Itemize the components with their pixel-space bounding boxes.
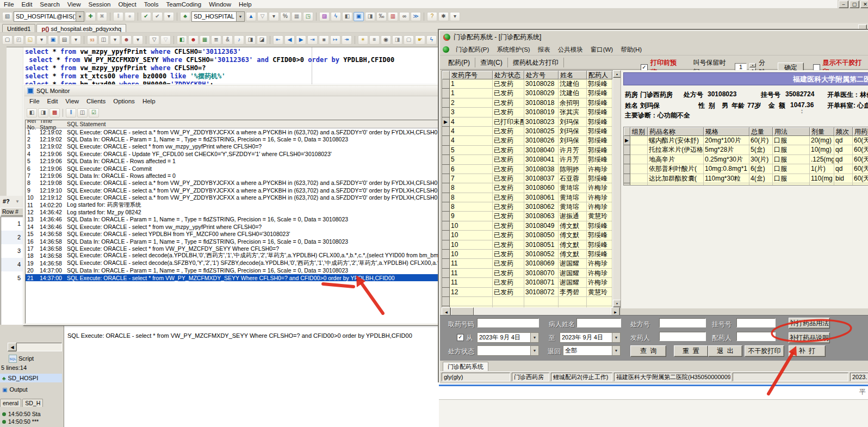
- minimize-button[interactable]: –: [839, 1, 848, 8]
- monitor-log-row[interactable]: 412:19:06SQL Execute: ORACLE - Update YF…: [26, 150, 440, 157]
- ampersand-icon[interactable]: &: [222, 35, 233, 45]
- row-number-item[interactable]: 2: [1, 231, 24, 244]
- reg-no-input[interactable]: [736, 318, 776, 327]
- plug-icon[interactable]: ϟ: [331, 12, 341, 21]
- column-header[interactable]: 用药时: [853, 127, 868, 136]
- table-row[interactable]: 11已发药30108069谢国耀许梅珍: [442, 259, 613, 268]
- step-icon[interactable]: ↦: [330, 35, 340, 45]
- copy-append-icon[interactable]: ◧: [27, 108, 37, 117]
- filter-icon[interactable]: ▽: [257, 12, 268, 21]
- chevron-down-icon[interactable]: ▼: [612, 333, 620, 342]
- nav-first-icon[interactable]: ⇤: [273, 35, 283, 45]
- frame93-icon[interactable]: 93: [87, 35, 97, 45]
- monitor-log-row[interactable]: 1214:36:42Log started for: Mz_py 08242: [26, 208, 440, 215]
- commit-more-icon[interactable]: ▾: [164, 12, 174, 21]
- table-row[interactable]: [624, 183, 868, 185]
- open-icon[interactable]: ◱: [25, 35, 35, 45]
- monitor-log-row[interactable]: 1814:36:58SQL Execute: ORACLE - select d…: [26, 252, 440, 259]
- monitor-menu-item[interactable]: File: [26, 97, 44, 105]
- filter-more-icon[interactable]: ▾: [269, 12, 279, 21]
- split-more-icon[interactable]: ▾: [110, 35, 120, 45]
- preparer-input[interactable]: [736, 332, 776, 341]
- column-header[interactable]: 配药人: [587, 71, 612, 79]
- connect-icon[interactable]: ✚: [85, 12, 96, 21]
- monitor-log-row[interactable]: 1012:19:12SQL Execute: ORACLE - select a…: [26, 194, 440, 201]
- scroll-down-icon[interactable]: ▼: [613, 300, 621, 307]
- break-icon[interactable]: ‖: [113, 12, 123, 21]
- report-icon[interactable]: ◨: [365, 12, 375, 21]
- monitor-log-list[interactable]: Ref No. Time Stamp SQL Statement 112:19:…: [25, 120, 441, 324]
- rx-hscrollbar[interactable]: ◀ ▶: [442, 307, 620, 315]
- schema-browser-icon[interactable]: ♣: [180, 12, 190, 21]
- plsql-menu-item[interactable]: Window: [205, 1, 235, 8]
- column-header[interactable]: 用法: [773, 127, 810, 136]
- plsql-menu-item[interactable]: Object: [114, 1, 140, 8]
- status-tab[interactable]: 门诊配药系统: [443, 362, 488, 371]
- column-header[interactable]: 处方号: [524, 71, 559, 79]
- hscroll-track[interactable]: [16, 343, 62, 351]
- spinner-up-icon[interactable]: ▲: [749, 63, 756, 67]
- table-row[interactable]: 依那普利叶酸片(10mg:0.8mg*16(盒)口服1(片)qd60(天: [624, 164, 868, 174]
- list2-icon[interactable]: ≡: [369, 35, 380, 45]
- nav-last-icon[interactable]: ⇥: [307, 35, 318, 45]
- patient-name-input[interactable]: [576, 318, 621, 327]
- maximize-button[interactable]: ▢: [850, 1, 859, 8]
- monitor-titlebar[interactable]: SQL Monitor: [24, 86, 441, 96]
- monitor-log-row[interactable]: 1514:36:58SQL Execute: ORACLE - select Y…: [26, 230, 440, 237]
- save-icon[interactable]: ▣: [48, 35, 58, 45]
- monitor-log-row[interactable]: 1114:02:20Log started for: 药房管理系统: [26, 201, 440, 208]
- plsql-menu-item[interactable]: TeamCoding: [163, 1, 206, 8]
- disconnect-icon[interactable]: ✖: [97, 12, 107, 21]
- monitor-log-row[interactable]: 812:19:08SQL Execute: ORACLE - select a.…: [26, 180, 440, 187]
- scroll-up-icon[interactable]: ▲: [613, 70, 621, 78]
- script-tab[interactable]: Script: [18, 355, 34, 362]
- book-icon[interactable]: ▥: [388, 12, 398, 21]
- table-row[interactable]: 10已发药30108052傅文默郭绥峰: [442, 250, 613, 259]
- window-split-icon[interactable]: ◫: [98, 35, 109, 45]
- pharmacy-menu-item[interactable]: 窗口(W): [587, 45, 617, 54]
- close-button[interactable]: ✕: [860, 1, 868, 8]
- row-number-item[interactable]: 3: [1, 244, 24, 258]
- edit-data-icon[interactable]: ◧: [177, 35, 187, 45]
- lightning-icon[interactable]: ϟ: [426, 35, 437, 45]
- query-button[interactable]: 查 询: [630, 345, 666, 357]
- chevron-down-icon[interactable]: ▼: [530, 346, 538, 355]
- help-icon[interactable]: ?: [427, 12, 437, 21]
- monitor-log-row[interactable]: 312:19:02SQL Execute: ORACLE - select * …: [26, 143, 440, 150]
- rx-no-input[interactable]: [659, 318, 706, 327]
- plsql-menu-item[interactable]: File: [0, 1, 18, 8]
- table-icon[interactable]: ▦: [292, 12, 302, 21]
- plsql-menu-item[interactable]: Edit: [18, 1, 36, 8]
- kill-session-icon[interactable]: ●: [125, 12, 135, 21]
- table-row[interactable]: 托拉塞米片(伊迈格5mg*28片5(盒)口服10(mg)qd60(天: [624, 145, 868, 154]
- plsql-menu-item[interactable]: Tools: [140, 1, 163, 8]
- filter-off-icon[interactable]: ▽: [160, 35, 171, 45]
- form-icon[interactable]: ◧: [342, 12, 352, 21]
- cascade-icon[interactable]: ◫: [77, 108, 88, 117]
- table-row[interactable]: 5已发药30108040许月芳郭绥峰: [442, 146, 613, 155]
- rx-vscrollbar[interactable]: ▲ ▼: [613, 70, 620, 307]
- sticker-print-button[interactable]: 不干胶打印: [745, 345, 784, 357]
- image-icon[interactable]: ▨: [319, 12, 330, 21]
- column-header[interactable]: 总量: [749, 127, 773, 136]
- diagnosis-spinner[interactable]: ▲▼: [801, 109, 803, 114]
- user-icon[interactable]: ☻: [121, 35, 132, 45]
- column-header[interactable]: 剂量: [810, 127, 834, 136]
- row-number-header[interactable]: Row #: [1, 208, 23, 216]
- grid-icon[interactable]: ▦: [200, 35, 210, 45]
- column-header[interactable]: 药品名称: [648, 127, 704, 136]
- filter-on-icon[interactable]: ▽: [149, 35, 159, 45]
- row-number-item[interactable]: 4: [1, 258, 24, 271]
- column-header[interactable]: 姓名: [559, 71, 587, 79]
- tab-connection[interactable]: SD_H: [22, 399, 43, 407]
- table-row[interactable]: ▶4已打印未配30108023刘玛保郭绥峰: [442, 117, 613, 127]
- monitor-menu-item[interactable]: Options: [109, 97, 139, 105]
- chevron-down-icon[interactable]: ▼: [530, 333, 538, 342]
- plsql-menu-item[interactable]: Session: [85, 1, 115, 8]
- column-header[interactable]: 组别: [630, 127, 648, 136]
- column-header[interactable]: 发药序号: [450, 71, 493, 79]
- column-header-sql[interactable]: SQL Statement: [67, 121, 440, 127]
- table-row[interactable]: 5已发药30108041许月芳郭绥峰: [442, 155, 613, 164]
- bomb-icon[interactable]: ✶: [358, 35, 368, 45]
- table-row[interactable]: 11已发药30108071谢国耀许梅珍: [442, 278, 613, 287]
